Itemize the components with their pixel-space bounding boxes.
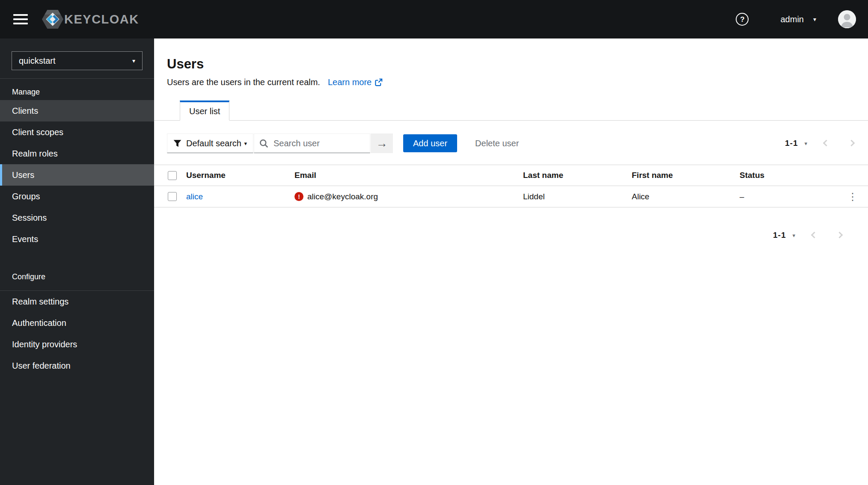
page-title: Users (167, 56, 868, 72)
person-icon (838, 10, 856, 28)
column-header-last-name: Last name (523, 171, 632, 180)
previous-page-button[interactable] (816, 136, 836, 151)
sidebar-item-label: Clients (12, 106, 38, 116)
sidebar-item-identity-providers[interactable]: Identity providers (0, 334, 154, 355)
sidebar-item-users[interactable]: Users (0, 164, 154, 186)
pagination-bottom: 1-1 ▾ (770, 228, 849, 243)
username-link[interactable]: alice (186, 192, 203, 201)
sidebar-item-label: Authentication (12, 318, 66, 328)
page-subtitle: Users are the users in the current realm… (167, 77, 320, 87)
tab-user-list[interactable]: User list (180, 101, 229, 121)
sidebar-item-realm-roles[interactable]: Realm roles (0, 143, 154, 164)
tab-label: User list (189, 106, 220, 116)
next-page-button[interactable] (841, 136, 861, 151)
keycloak-hexagon-icon (42, 9, 63, 30)
next-page-button[interactable] (829, 228, 849, 243)
chevron-left-icon (823, 139, 829, 146)
delete-user-button[interactable]: Delete user (473, 138, 521, 149)
search-input[interactable] (273, 138, 365, 149)
nav-section-title-manage: Manage (0, 79, 154, 100)
masthead: KEYCLOAK ? admin ▾ (0, 0, 868, 38)
email-value: alice@keycloak.org (307, 192, 378, 201)
hamburger-menu-icon[interactable] (13, 14, 28, 24)
row-checkbox[interactable] (168, 192, 177, 201)
external-link-icon (375, 78, 383, 86)
last-name-value: Liddel (523, 192, 632, 201)
sidebar-item-clients[interactable]: Clients (0, 100, 154, 121)
pagination-menu-toggle[interactable]: 1-1 ▾ (770, 231, 799, 240)
toolbar: Default search ▾ → Add user Delete user (154, 133, 868, 153)
brand-text: KEYCLOAK (64, 12, 139, 27)
pagination-range: 1-1 (785, 139, 798, 148)
row-actions-kebab-icon[interactable]: ⋮ (844, 191, 861, 203)
filter-icon (173, 139, 181, 148)
column-header-email: Email (294, 171, 523, 180)
sidebar-item-sessions[interactable]: Sessions (0, 207, 154, 228)
chevron-down-icon: ▾ (244, 140, 247, 147)
add-user-button[interactable]: Add user (403, 134, 457, 152)
chevron-right-icon (836, 231, 843, 238)
learn-more-label: Learn more (328, 77, 372, 87)
nav-section-title-configure: Configure (0, 250, 154, 285)
sidebar-item-client-scopes[interactable]: Client scopes (0, 121, 154, 143)
users-table: Username Email Last name First name Stat… (154, 165, 868, 207)
page-header: Users Users are the users in the current… (154, 38, 868, 87)
realm-name: quickstart (19, 56, 56, 66)
email-error-icon: ! (294, 192, 303, 201)
sidebar-item-label: Events (12, 234, 38, 244)
sidebar-item-realm-settings[interactable]: Realm settings (0, 291, 154, 312)
column-header-username: Username (186, 171, 294, 180)
chevron-left-icon (811, 231, 817, 238)
chevron-right-icon (848, 139, 855, 146)
sidebar-item-label: Realm roles (12, 149, 58, 159)
sidebar-item-label: Client scopes (12, 127, 63, 137)
sidebar-item-label: User federation (12, 361, 71, 371)
pagination-top: 1-1 ▾ (782, 136, 868, 151)
sidebar-item-user-federation[interactable]: User federation (0, 355, 154, 376)
tab-bar: User list (154, 101, 868, 121)
username-label: admin (780, 15, 803, 24)
avatar[interactable] (838, 10, 856, 28)
search-icon (259, 139, 268, 148)
sidebar-item-authentication[interactable]: Authentication (0, 312, 154, 334)
sidebar-item-label: Realm settings (12, 297, 68, 307)
sidebar: quickstart ▾ Manage Clients Client scope… (0, 38, 154, 485)
select-all-checkbox[interactable] (168, 171, 177, 180)
sidebar-item-label: Groups (12, 192, 40, 201)
sidebar-item-events[interactable]: Events (0, 228, 154, 250)
table-row: alice ! alice@keycloak.org Liddel Alice … (154, 186, 868, 207)
search-type-label: Default search (186, 139, 241, 148)
column-header-status: Status (740, 171, 837, 180)
search-submit-button[interactable]: → (371, 133, 393, 153)
status-value: – (740, 192, 837, 201)
first-name-value: Alice (632, 192, 740, 201)
chevron-down-icon: ▾ (804, 140, 807, 147)
sidebar-item-groups[interactable]: Groups (0, 186, 154, 207)
sidebar-item-label: Identity providers (12, 340, 77, 349)
search-box (254, 133, 370, 153)
keycloak-logo: KEYCLOAK (42, 9, 139, 30)
learn-more-link[interactable]: Learn more (328, 77, 383, 87)
pagination-range: 1-1 (773, 231, 786, 240)
chevron-down-icon: ▾ (813, 16, 816, 23)
chevron-down-icon: ▾ (792, 232, 795, 239)
search-type-dropdown[interactable]: Default search ▾ (167, 133, 253, 153)
table-header-row: Username Email Last name First name Stat… (154, 165, 868, 186)
chevron-down-icon: ▾ (132, 57, 135, 64)
app-window: KEYCLOAK ? admin ▾ quickstart ▾ Manage (0, 0, 868, 485)
pagination-menu-toggle[interactable]: 1-1 ▾ (782, 139, 811, 148)
user-menu[interactable]: admin ▾ (780, 15, 816, 24)
column-header-first-name: First name (632, 171, 740, 180)
sidebar-item-label: Users (12, 170, 34, 180)
previous-page-button[interactable] (804, 228, 824, 243)
sidebar-item-label: Sessions (12, 213, 47, 223)
realm-selector[interactable]: quickstart ▾ (12, 51, 143, 70)
main-content: Users Users are the users in the current… (154, 38, 868, 485)
help-icon[interactable]: ? (736, 13, 749, 26)
arrow-right-icon: → (376, 137, 388, 150)
